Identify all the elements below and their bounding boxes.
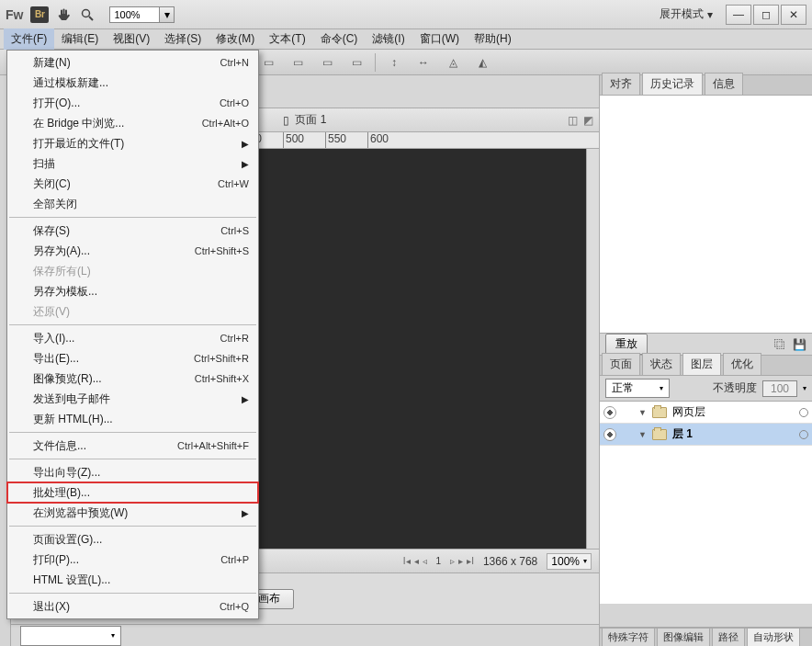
menu-dropdown-item[interactable]: 页面设置(G)... [7, 529, 258, 550]
layer-lock-icon[interactable] [799, 430, 808, 439]
menu-dropdown-item[interactable]: HTML 设置(L)... [7, 570, 258, 590]
menu-item[interactable]: 选择(S) [157, 28, 209, 50]
toolbar-button[interactable]: ↔ [412, 52, 434, 73]
menu-dropdown-item[interactable]: 更新 HTML(H)... [7, 409, 258, 429]
svg-line-1 [89, 17, 93, 20]
toolbar-button[interactable]: ◬ [442, 52, 464, 73]
expand-icon[interactable]: ▼ [638, 430, 647, 439]
minimize-button[interactable]: — [726, 5, 751, 25]
zoom-input[interactable] [109, 6, 160, 23]
page-icon: ▯ [283, 114, 289, 127]
menu-dropdown-item[interactable]: 在 Bridge 中浏览...Ctrl+Alt+O [7, 113, 258, 133]
close-button[interactable]: ✕ [781, 5, 806, 25]
menu-dropdown-item[interactable]: 图像预览(R)...Ctrl+Shift+X [7, 368, 258, 389]
menu-dropdown-item[interactable]: 批处理(B)... [7, 482, 258, 503]
bottom-tab[interactable]: 自动形状 [747, 628, 800, 646]
layer-row[interactable]: ▼层 1 [600, 424, 812, 446]
hand-tool-icon[interactable] [56, 7, 73, 22]
menu-dropdown-item[interactable]: 发送到电子邮件▶ [7, 389, 258, 409]
nav-prev-icon[interactable]: ◂ [414, 556, 419, 566]
bottom-tab[interactable]: 路径 [712, 628, 745, 646]
bottom-tab[interactable]: 特殊字符 [602, 628, 655, 646]
right-panels: 对齐历史记录信息 重放 ⿻ 💾 页面状态图层优化 正常▾ 不透明度 100 ▾ … [599, 75, 812, 646]
expand-mode-label: 展开模式 [660, 6, 704, 22]
panel-tab[interactable]: 图层 [682, 353, 721, 375]
menu-dropdown-item[interactable]: 全部关闭 [7, 194, 258, 214]
menu-dropdown-item[interactable]: 退出(X)Ctrl+Q [7, 596, 258, 617]
menu-item[interactable]: 命令(C) [313, 28, 366, 50]
layer-lock-icon[interactable] [799, 408, 808, 417]
menu-dropdown-item[interactable]: 通过模板新建... [7, 73, 258, 93]
title-bar: Fw Br ▾ 展开模式 ▾ — ◻ ✕ [0, 0, 812, 29]
bottom-tab[interactable]: 图像编辑 [657, 628, 710, 646]
window-controls: — ◻ ✕ [726, 5, 806, 25]
toolbar-button[interactable]: ▭ [287, 52, 309, 73]
menu-dropdown-item[interactable]: 导出(E)...Ctrl+Shift+R [7, 348, 258, 368]
menu-item[interactable]: 文本(T) [262, 28, 312, 50]
property-select[interactable]: ▾ [20, 626, 121, 646]
toolbar-button[interactable]: ↕ [383, 52, 405, 73]
copy-icon[interactable]: ⿻ [774, 338, 785, 351]
menu-item[interactable]: 滤镜(I) [365, 28, 412, 50]
bridge-badge[interactable]: Br [30, 6, 49, 23]
menu-dropdown-item[interactable]: 打开(O)...Ctrl+O [7, 93, 258, 113]
panel-tab[interactable]: 页面 [602, 353, 640, 375]
menu-dropdown-item[interactable]: 新建(N)Ctrl+N [7, 52, 258, 73]
nav-first-icon[interactable]: I◂ [403, 556, 411, 566]
layer-row[interactable]: ▼网页层 [600, 402, 812, 424]
menu-dropdown-item[interactable]: 打开最近的文件(T)▶ [7, 133, 258, 153]
panel-tab[interactable]: 历史记录 [642, 73, 703, 95]
menu-dropdown-item[interactable]: 在浏览器中预览(W)▶ [7, 503, 258, 523]
opacity-value[interactable]: 100 [762, 380, 797, 397]
vertical-scrollbar[interactable] [586, 149, 599, 549]
save-icon[interactable]: 💾 [793, 338, 806, 351]
panel-tab[interactable]: 优化 [723, 353, 761, 375]
menu-dropdown-item[interactable]: 导入(I)...Ctrl+R [7, 328, 258, 348]
visibility-icon[interactable] [603, 406, 616, 419]
panel-tab[interactable]: 信息 [705, 73, 743, 95]
menu-item[interactable]: 编辑(E) [54, 28, 106, 50]
folder-icon [652, 429, 667, 440]
submenu-arrow-icon: ▶ [242, 159, 249, 169]
zoom-dropdown-button[interactable]: ▾ [160, 6, 175, 23]
menu-dropdown-item[interactable]: 另存为(A)...Ctrl+Shift+S [7, 241, 258, 261]
panel-tab[interactable]: 状态 [642, 353, 681, 375]
expand-icon[interactable]: ▼ [638, 408, 647, 417]
expand-mode-button[interactable]: 展开模式 ▾ [660, 6, 713, 22]
toolbar-button[interactable]: ▭ [257, 52, 279, 73]
visibility-icon[interactable] [603, 428, 616, 441]
zoom-tool-icon[interactable] [80, 7, 96, 22]
folder-icon [652, 407, 667, 418]
chevron-down-icon[interactable]: ▾ [803, 384, 806, 392]
menu-item[interactable]: 文件(F) [4, 28, 54, 50]
menu-item[interactable]: 帮助(H) [467, 28, 519, 50]
zoom-status[interactable]: 100% ▾ [547, 553, 592, 570]
menu-item[interactable]: 修改(M) [209, 28, 262, 50]
menu-item[interactable]: 视图(V) [106, 28, 157, 50]
menu-dropdown-item[interactable]: 关闭(C)Ctrl+W [7, 174, 258, 194]
nav-prev2-icon[interactable]: ◃ [423, 556, 427, 566]
toolbar-button[interactable]: ◭ [471, 52, 493, 73]
pagebar-icon[interactable]: ◩ [583, 114, 593, 127]
replay-button[interactable]: 重放 [605, 334, 648, 355]
toolbar-button[interactable]: ▭ [316, 52, 338, 73]
opacity-label: 不透明度 [713, 380, 757, 396]
menu-dropdown-item[interactable]: 扫描▶ [7, 153, 258, 174]
menu-dropdown-item[interactable]: 导出向导(Z)... [7, 462, 258, 482]
layers-panel-tabs: 页面状态图层优化 [600, 356, 812, 376]
nav-next-icon[interactable]: ▸ [458, 556, 463, 566]
menu-dropdown-item: 保存所有(L) [7, 261, 258, 281]
pagebar-icon[interactable]: ◫ [568, 114, 578, 127]
maximize-button[interactable]: ◻ [753, 5, 779, 25]
menu-item[interactable]: 窗口(W) [412, 28, 467, 50]
blend-mode-select[interactable]: 正常▾ [605, 379, 670, 398]
zoom-level-box: ▾ [109, 6, 175, 23]
panel-tab[interactable]: 对齐 [602, 73, 640, 95]
toolbar-button[interactable]: ▭ [345, 52, 367, 73]
nav-last-icon[interactable]: ▸I [467, 556, 474, 566]
menu-dropdown-item[interactable]: 文件信息...Ctrl+Alt+Shift+F [7, 436, 258, 456]
nav-next2-icon[interactable]: ▹ [450, 556, 455, 566]
menu-dropdown-item[interactable]: 另存为模板... [7, 281, 258, 301]
menu-dropdown-item[interactable]: 打印(P)...Ctrl+P [7, 550, 258, 570]
menu-dropdown-item[interactable]: 保存(S)Ctrl+S [7, 221, 258, 241]
